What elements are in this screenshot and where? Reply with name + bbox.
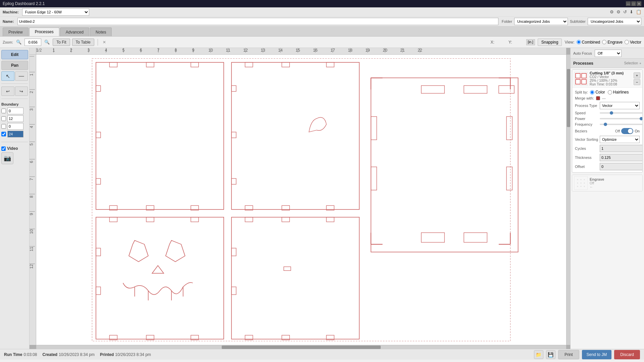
svg-point-144 — [577, 179, 578, 180]
svg-text:19: 19 — [365, 48, 370, 53]
subfolder-select[interactable]: Uncategorized Jobs — [588, 18, 641, 25]
video-camera-button[interactable]: 📷 — [1, 152, 13, 164]
maximize-button[interactable]: □ — [631, 1, 636, 6]
refresh-icon[interactable]: ↺ — [623, 9, 627, 14]
zoom-in-button[interactable]: 🔍 — [43, 39, 51, 46]
redo-button[interactable]: ↪ — [15, 86, 28, 96]
gear2-icon[interactable]: ⚙ — [616, 9, 621, 14]
boundary-check-3[interactable] — [1, 124, 6, 129]
frequency-slider-container: 10.0 % — [600, 122, 643, 126]
split-hairlines-option[interactable]: Hairlines — [608, 90, 629, 95]
svg-text:10: 10 — [30, 229, 34, 234]
cutting-process-card[interactable]: Cutting 1/8" (3 mm) CO2 / Vector 25% / 1… — [572, 69, 643, 173]
tab-preview[interactable]: Preview — [3, 27, 29, 36]
clipboard-icon[interactable]: 📋 — [636, 9, 641, 14]
process-type-row: Process Type Vector Raster — [575, 102, 640, 109]
power-row: Power 100.0 % — [575, 117, 640, 121]
scrollbar-thumb-v[interactable] — [567, 69, 570, 127]
process-type-label: Process Type — [575, 104, 598, 108]
boundary-input-2[interactable] — [7, 115, 23, 122]
folder-select[interactable]: Uncategorized Jobs — [514, 18, 568, 25]
svg-point-146 — [584, 179, 585, 180]
window-controls[interactable]: — □ ✕ — [626, 1, 641, 6]
folder-open-button[interactable]: 📁 — [534, 350, 543, 359]
ruler-top: 1/2 1 2 3 4 5 6 7 8 — [36, 48, 566, 55]
vertical-scrollbar[interactable] — [566, 55, 570, 345]
view-engrave[interactable]: Engrave — [602, 40, 623, 45]
svg-text:7: 7 — [157, 48, 160, 53]
processes-content: Cutting 1/8" (3 mm) CO2 / Vector 25% / 1… — [571, 68, 644, 349]
canvas-area[interactable]: 1/2 1 2 3 4 5 6 7 8 — [30, 48, 570, 349]
main-layout: Edit Pan ↖ — ↩ ↪ Boundary — [0, 48, 644, 349]
zoom-value[interactable] — [24, 39, 41, 46]
cutting-thumbnail — [574, 72, 588, 85]
autofocus-select[interactable]: Off On — [595, 50, 622, 57]
cycles-input[interactable] — [600, 145, 643, 152]
process-type-select[interactable]: Vector Raster — [600, 102, 640, 109]
beziers-toggle[interactable] — [621, 128, 633, 134]
thickness-input[interactable] — [600, 154, 643, 161]
download-icon[interactable]: ⬇ — [630, 9, 633, 14]
gear-icon[interactable]: ⚙ — [610, 9, 614, 14]
to-fit-button[interactable]: To Fit — [53, 39, 70, 46]
drag-tool[interactable]: — — [15, 71, 28, 81]
power-slider[interactable] — [600, 118, 643, 119]
view-vector[interactable]: Vector — [625, 40, 641, 45]
canvas-content[interactable] — [36, 55, 566, 345]
send-to-button[interactable]: Send to JM — [582, 350, 612, 359]
boundary-check-1[interactable] — [1, 109, 6, 113]
print-button[interactable]: Print — [558, 350, 579, 359]
video-checkbox[interactable] — [1, 146, 6, 151]
frequency-slider[interactable] — [600, 124, 643, 125]
offset-row: Offset in — [575, 163, 640, 170]
select-tool[interactable]: ↖ — [1, 71, 14, 81]
engrave-process-card[interactable]: Engrave Off ← — [572, 175, 643, 191]
speed-slider[interactable] — [600, 112, 643, 114]
edit-button[interactable]: Edit — [1, 50, 28, 59]
folder-label: Folder — [502, 19, 512, 23]
machine-label: Machine: — [3, 10, 19, 14]
y-coord-group: Y: — [508, 40, 524, 45]
close-button[interactable]: ✕ — [637, 1, 641, 6]
offset-input[interactable] — [600, 163, 643, 170]
name-label: Name: — [3, 19, 14, 23]
svg-text:9: 9 — [30, 213, 34, 215]
close-x-button[interactable]: ✕ — [103, 40, 106, 45]
boundary-check-4[interactable] — [1, 132, 6, 136]
machine-select[interactable]: Fusion Edge 12 - 60W — [22, 8, 89, 16]
split-by-label: Split by: — [575, 90, 588, 94]
undo-button[interactable]: ↩ — [1, 86, 14, 96]
to-table-button[interactable]: To Table — [72, 39, 94, 46]
boundary-input-1[interactable] — [7, 108, 23, 114]
tab-processes[interactable]: Processes — [29, 27, 59, 36]
video-section: Video 📷 — [1, 146, 28, 164]
save-button[interactable]: 💾 — [546, 350, 555, 359]
vector-sorting-select[interactable]: Optimize Inside-Out — [600, 136, 640, 143]
boundary-input-4[interactable] — [7, 131, 23, 137]
merge-color-dot[interactable] — [596, 96, 600, 100]
boundary-input-3[interactable] — [7, 123, 23, 130]
tab-notes[interactable]: Notes — [90, 27, 112, 36]
toggle-knob — [628, 129, 633, 133]
cutting-collapse-button[interactable]: − — [634, 79, 640, 85]
zoom-out-button[interactable]: 🔍 — [15, 39, 22, 46]
snapping-button[interactable]: Snapping — [538, 39, 562, 46]
view-combined[interactable]: Combined — [577, 40, 600, 45]
title-bar: Epilog Dashboard 2.2.1 — □ ✕ — [0, 0, 644, 7]
video-title: Video — [1, 146, 28, 151]
frequency-label: Frequency — [575, 122, 598, 126]
horizontal-scrollbar[interactable] — [36, 345, 566, 349]
scrollbar-thumb-h[interactable] — [222, 346, 381, 349]
discard-button[interactable]: Discard — [614, 350, 640, 359]
beziers-label: Beziers — [575, 129, 587, 133]
merge-arrow: — — [602, 96, 606, 100]
svg-point-147 — [577, 183, 578, 184]
name-input[interactable] — [17, 18, 498, 25]
minimize-button[interactable]: — — [626, 1, 631, 6]
pan-button[interactable]: Pan — [1, 61, 28, 70]
cutting-expand-button[interactable]: + — [634, 72, 640, 78]
boundary-check-2[interactable] — [1, 116, 6, 121]
split-color-option[interactable]: Color — [590, 90, 605, 95]
svg-text:6: 6 — [30, 161, 34, 163]
tab-advanced[interactable]: Advanced — [60, 27, 89, 36]
